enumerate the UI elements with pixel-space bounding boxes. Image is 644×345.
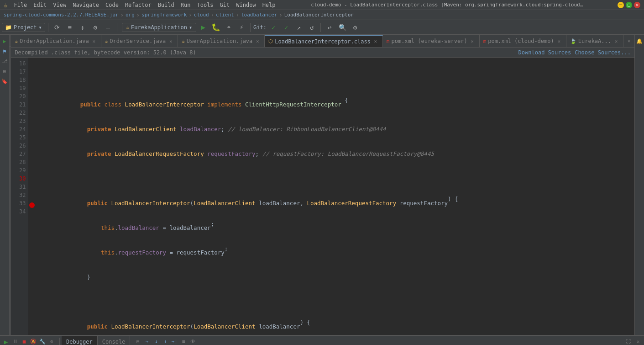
breadcrumb-org[interactable]: org <box>126 12 135 18</box>
close-panel-btn[interactable]: — <box>102 21 114 33</box>
git-check-btn[interactable]: ✓ <box>267 21 279 33</box>
tree-resources[interactable]: ▼ 📁 resources <box>10 203 10 212</box>
sidebar-run-icon[interactable]: ▶ <box>0 37 9 46</box>
step-out-icon[interactable]: ↑ <box>161 338 169 345</box>
project-dropdown[interactable]: 📁 Project ▾ <box>2 23 45 32</box>
tree-service[interactable]: ▼ 📁 service <box>10 157 10 166</box>
watch-icon[interactable]: 👁 <box>188 338 197 345</box>
tab-close-icon[interactable]: ✕ <box>168 38 174 44</box>
tree-test[interactable]: ▶ 📁 test <box>10 48 10 57</box>
close-panel-icon[interactable]: ✕ <box>634 338 642 345</box>
menu-view[interactable]: View <box>50 1 69 9</box>
sidebar-debug-icon[interactable]: ⚑ <box>0 47 9 56</box>
minimize-btn[interactable]: ─ <box>618 2 624 8</box>
run-to-cursor-icon[interactable]: →| <box>170 338 178 345</box>
download-sources-button[interactable]: Download Sources <box>518 49 571 56</box>
menu-git[interactable]: Git <box>217 1 233 9</box>
tree-mapper[interactable]: ▶ 📁 mapper <box>10 139 10 148</box>
coverage-btn[interactable]: ☂ <box>223 21 235 33</box>
menu-tools[interactable]: Tools <box>194 1 216 9</box>
tree-itcast[interactable]: ▼ 📁 itcast <box>10 121 10 130</box>
sync-btn[interactable]: ⟳ <box>51 21 63 33</box>
sidebar-bookmark-icon[interactable]: 🔖 <box>0 77 9 86</box>
run-btn[interactable]: ▶ <box>197 21 209 33</box>
tree-pom-order[interactable]: ▶ 📄 pom.xml <box>10 249 10 258</box>
tree-orderservice[interactable]: ▶ ● OrderService <box>10 166 10 175</box>
collapse-all-btn[interactable]: ≡ <box>64 21 76 33</box>
menu-refactor[interactable]: Refactor <box>122 1 154 9</box>
profile-btn[interactable]: ⚡ <box>236 21 247 33</box>
git-check2-btn[interactable]: ✓ <box>280 21 292 33</box>
menu-build[interactable]: Build <box>155 1 177 9</box>
tree-cn[interactable]: ▼ 📁 cn <box>10 111 10 121</box>
git-arrow-btn[interactable]: ↗ <box>293 21 305 33</box>
menu-code[interactable]: Code <box>103 1 121 9</box>
tab-close-icon[interactable]: ✕ <box>372 38 379 45</box>
maximize-btn[interactable]: □ <box>626 2 632 8</box>
debug-mute-icon[interactable]: 🔕 <box>29 338 37 345</box>
debug-settings-icon[interactable]: ⚙ <box>47 338 56 345</box>
settings2-btn[interactable]: ⚙ <box>349 21 361 33</box>
debug-filter-icon[interactable]: 🔧 <box>38 338 47 345</box>
tree-application-yml[interactable]: ▶ 🍃 application.yml <box>10 212 10 221</box>
git-history-btn[interactable]: ↺ <box>306 21 318 33</box>
menu-file[interactable]: File <box>11 1 30 9</box>
breadcrumb-springframework[interactable]: springframework <box>141 12 187 18</box>
menu-edit[interactable]: Edit <box>31 1 49 9</box>
tree-pojo[interactable]: ▶ 📁 pojo <box>10 148 10 157</box>
choose-sources-button[interactable]: Choose Sources... <box>575 49 631 56</box>
autoscroll-btn[interactable]: ↕ <box>77 21 89 33</box>
step-over-icon[interactable]: ↷ <box>143 338 151 345</box>
undo-btn[interactable]: ↩ <box>324 21 335 33</box>
tree-pom-root[interactable]: ▶ 📄 pom.xml <box>10 66 10 75</box>
tree-cloud-order-sql[interactable]: ▶ 📄 cloud-order.sql <box>10 221 10 230</box>
evaluate-icon[interactable]: ≡ <box>179 338 188 345</box>
menu-navigate[interactable]: Navigate <box>70 1 102 9</box>
sidebar-git-icon[interactable]: ⎇ <box>0 57 9 66</box>
tab-loadbalancer[interactable]: ⬡ LoadBalancerInterceptor.class ✕ <box>265 35 383 47</box>
debug-run-icon[interactable]: ▶ <box>2 338 10 345</box>
close-btn[interactable]: ✕ <box>634 2 640 8</box>
tree-src[interactable]: ▼ 📁 src <box>10 84 10 93</box>
maximize-panel-icon[interactable]: ⛶ <box>624 338 632 345</box>
eureka-dropdown[interactable]: ☕ EurekaApplication ▾ <box>122 23 196 32</box>
breadcrumb-cloud[interactable]: cloud <box>194 12 209 18</box>
tab-eureka[interactable]: 🍃 EurekaA... ✕ <box>566 35 623 47</box>
tab-close-icon[interactable]: ✕ <box>91 38 97 44</box>
menu-window[interactable]: Window <box>233 1 258 9</box>
tree-order-pkg[interactable]: ▼ 📦 order <box>10 130 10 139</box>
more-tabs-btn[interactable]: ▾ <box>623 35 634 47</box>
tree-java[interactable]: ▼ 📁 java <box>10 102 10 111</box>
window-controls[interactable]: ─ □ ✕ <box>618 2 640 8</box>
search-btn[interactable]: 🔍 <box>336 21 348 33</box>
tree-test2[interactable]: ▶ 📁 test <box>10 230 10 239</box>
settings-btn[interactable]: ⚙ <box>89 21 101 33</box>
debug-stop-icon[interactable]: ■ <box>20 338 28 345</box>
tab-pom-eureka[interactable]: m pom.xml (eureka-server) ✕ <box>383 35 480 47</box>
tree-ordercontroller[interactable]: ▶ ● OrderController <box>10 185 10 194</box>
tab-user-application[interactable]: ☕ UserApplication.java ✕ <box>178 35 265 47</box>
step-into-icon[interactable]: ↓ <box>152 338 160 345</box>
tree-web[interactable]: ▼ 📁 web <box>10 175 10 185</box>
tab-pom-cloud[interactable]: m pom.xml (cloud-demo) ✕ <box>480 35 566 47</box>
breadcrumb-jar[interactable]: spring-cloud-commons-2.2.7.RELEASE.jar <box>4 12 119 18</box>
menu-run[interactable]: Run <box>178 1 194 9</box>
sidebar-notifications-icon[interactable]: 🔔 <box>635 37 644 46</box>
layout-icon[interactable]: ⊞ <box>134 338 142 345</box>
debug-btn[interactable]: 🐛 <box>210 21 222 33</box>
sidebar-structure-icon[interactable]: ⊞ <box>0 67 9 76</box>
tab-order-application[interactable]: ☕ OrderApplication.java ✕ <box>11 35 101 47</box>
tree-order-service[interactable]: ▼ ☕ order-service <box>10 75 10 84</box>
tab-close-icon[interactable]: ✕ <box>556 38 562 44</box>
tab-close-icon[interactable]: ✕ <box>613 38 619 44</box>
tab-close-icon[interactable]: ✕ <box>254 38 261 44</box>
debug-pause-icon[interactable]: ⏸ <box>11 338 19 345</box>
tree-target[interactable]: ▶ 📁 target <box>10 57 10 66</box>
tab-close-icon[interactable]: ✕ <box>469 38 476 44</box>
tree-target2[interactable]: ▶ 📁 target <box>10 239 10 249</box>
console-tab[interactable]: Console <box>98 336 131 345</box>
tab-order-service[interactable]: ☕ OrderService.java ✕ <box>101 35 178 47</box>
breadcrumb-client[interactable]: client <box>216 12 234 18</box>
tree-orderapplication[interactable]: ▶ ● OrderApplication <box>10 194 10 203</box>
debugger-tab[interactable]: Debugger <box>62 336 98 345</box>
